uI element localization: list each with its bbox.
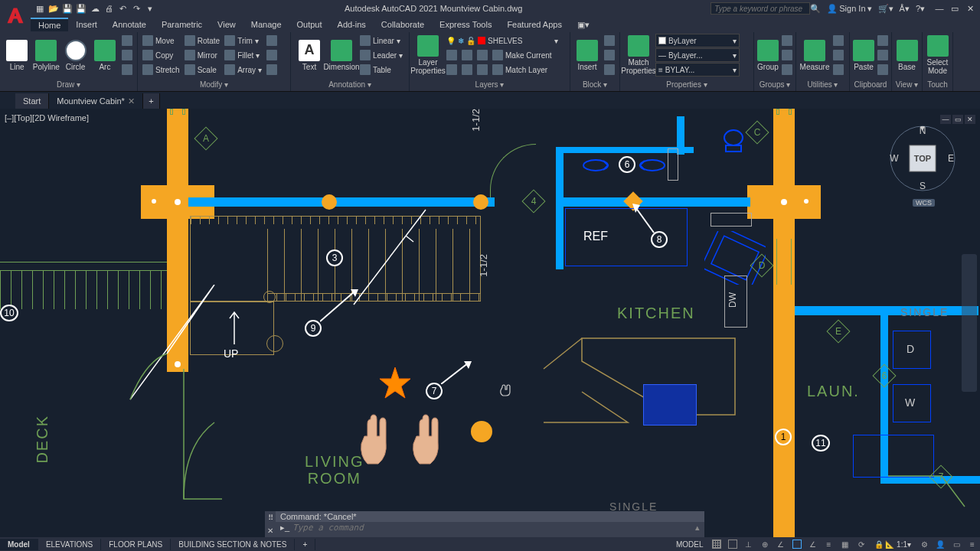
layout-floorplans[interactable]: FLOOR PLANS bbox=[101, 539, 171, 550]
status-lwt-icon[interactable]: ≡ bbox=[822, 538, 837, 550]
qat-dropdown-icon[interactable]: ▾ bbox=[144, 2, 156, 15]
modify-ext1[interactable] bbox=[265, 34, 279, 47]
layer-dropdown[interactable]: 💡❄🔓SHELVES▾ bbox=[445, 34, 560, 47]
status-transparency-icon[interactable]: ▦ bbox=[838, 538, 853, 550]
navigation-bar[interactable] bbox=[962, 254, 977, 392]
status-iso-icon[interactable]: ∠ bbox=[773, 538, 789, 550]
status-snap-icon[interactable] bbox=[725, 538, 740, 550]
modify-ext3[interactable] bbox=[265, 63, 279, 77]
tab-output[interactable]: Output bbox=[289, 18, 330, 31]
maximize-button[interactable]: ▭ bbox=[948, 3, 962, 14]
filetab-close-icon[interactable]: ✕ bbox=[128, 96, 135, 106]
viewport[interactable]: [–][Top][2D Wireframe] — ▭ ✕ UP bbox=[0, 109, 980, 537]
draw-panel-label[interactable]: Draw ▾ bbox=[3, 80, 134, 90]
qat-undo-icon[interactable]: ↶ bbox=[116, 2, 129, 15]
status-cycle-icon[interactable]: ⟳ bbox=[854, 538, 869, 550]
search-input[interactable] bbox=[710, 2, 810, 15]
copy-button[interactable]: Copy bbox=[141, 48, 181, 62]
layer-tool2[interactable] bbox=[460, 48, 474, 62]
block-ext2[interactable] bbox=[603, 48, 616, 62]
block-ext3[interactable] bbox=[603, 63, 616, 77]
viewcube-top[interactable]: TOP bbox=[914, 154, 931, 163]
layer-tool6[interactable] bbox=[475, 63, 489, 77]
tab-parametric[interactable]: Parametric bbox=[154, 18, 210, 31]
leader-button[interactable]: Leader ▾ bbox=[358, 48, 404, 62]
vp-restore-icon[interactable]: ▭ bbox=[952, 115, 963, 124]
viewport-label[interactable]: [–][Top][2D Wireframe] bbox=[5, 113, 89, 122]
tab-insert[interactable]: Insert bbox=[68, 18, 105, 31]
status-otrack-icon[interactable]: ∠ bbox=[805, 538, 821, 550]
tab-manage[interactable]: Manage bbox=[243, 18, 289, 31]
status-max-icon[interactable]: ▭ bbox=[949, 538, 964, 550]
selectmode-button[interactable]: Select Mode bbox=[926, 34, 949, 77]
group-ext1[interactable] bbox=[780, 34, 794, 47]
vp-close-icon[interactable]: ✕ bbox=[965, 115, 975, 124]
command-line[interactable]: Command: *Cancel* ▸_▴ bbox=[276, 511, 704, 537]
tab-more-icon[interactable]: ▣▾ bbox=[570, 18, 597, 31]
filetab-active[interactable]: Mountview Cabin*✕ bbox=[49, 93, 143, 109]
matchprops-button[interactable]: Match Properties bbox=[623, 34, 654, 77]
search-go-icon[interactable]: 🔍 bbox=[810, 4, 821, 14]
linear-button[interactable]: Linear ▾ bbox=[358, 34, 404, 47]
block-panel-label[interactable]: Block ▾ bbox=[573, 80, 616, 90]
modify-panel-label[interactable]: Modify ▾ bbox=[141, 80, 287, 90]
group-ext2[interactable] bbox=[780, 48, 794, 62]
draw-ext2[interactable] bbox=[120, 48, 134, 62]
util-ext3[interactable] bbox=[831, 63, 845, 77]
qat-redo-icon[interactable]: ↷ bbox=[130, 2, 142, 15]
measure-button[interactable]: Measure bbox=[799, 34, 830, 77]
cmd-recent-icon[interactable]: ▴ bbox=[695, 523, 700, 533]
util-ext2[interactable] bbox=[831, 48, 845, 62]
move-button[interactable]: Move bbox=[141, 34, 181, 47]
circle-button[interactable]: Circle bbox=[62, 34, 90, 77]
linetype-dropdown[interactable]: ≡BYLAY...▾ bbox=[655, 63, 740, 77]
table-button[interactable]: Table bbox=[358, 63, 404, 77]
cmdline-close-icon[interactable]: ✕ bbox=[267, 527, 273, 535]
qat-plot-icon[interactable]: 🖨 bbox=[103, 2, 115, 15]
layerprops-button[interactable]: Layer Properties bbox=[413, 34, 443, 77]
layer-tool4[interactable] bbox=[445, 63, 459, 77]
insert-button[interactable]: Insert bbox=[573, 34, 601, 77]
mirror-button[interactable]: Mirror bbox=[183, 48, 221, 62]
viewcube-w[interactable]: W bbox=[890, 153, 899, 164]
lineweight-dropdown[interactable]: —ByLayer...▾ bbox=[655, 48, 740, 62]
rotate-button[interactable]: Rotate bbox=[183, 34, 221, 47]
layout-add-button[interactable]: + bbox=[295, 539, 315, 550]
draw-ext1[interactable] bbox=[120, 34, 134, 47]
color-dropdown[interactable]: ByLayer▾ bbox=[655, 34, 740, 47]
fillet-button[interactable]: Fillet ▾ bbox=[223, 48, 263, 62]
status-grid-icon[interactable] bbox=[709, 538, 724, 550]
signin-button[interactable]: 👤 Sign In ▾ bbox=[827, 4, 871, 14]
tab-home[interactable]: Home bbox=[31, 18, 68, 31]
clip-ext3[interactable] bbox=[876, 63, 890, 77]
tab-addins[interactable]: Add-ins bbox=[330, 18, 374, 31]
util-ext1[interactable] bbox=[831, 34, 845, 47]
status-person-icon[interactable]: 👤 bbox=[933, 538, 948, 550]
annotation-panel-label[interactable]: Annotation ▾ bbox=[294, 80, 406, 90]
vp-minimize-icon[interactable]: — bbox=[940, 115, 951, 124]
layer-tool5[interactable] bbox=[460, 63, 474, 77]
status-model[interactable]: MODEL bbox=[671, 540, 708, 549]
tab-view[interactable]: View bbox=[210, 18, 243, 31]
draw-ext3[interactable] bbox=[120, 63, 134, 77]
polyline-button[interactable]: Polyline bbox=[32, 34, 60, 77]
layers-panel-label[interactable]: Layers ▾ bbox=[413, 80, 567, 90]
block-ext1[interactable] bbox=[603, 34, 616, 47]
status-osnap-icon[interactable] bbox=[789, 538, 805, 550]
clip-ext1[interactable] bbox=[876, 34, 890, 47]
line-button[interactable]: Line bbox=[3, 34, 31, 77]
text-button[interactable]: AText bbox=[294, 34, 325, 77]
app-menu-icon[interactable]: Å▾ bbox=[900, 4, 910, 14]
help-icon[interactable]: ?▾ bbox=[916, 4, 925, 14]
cmd-input[interactable] bbox=[292, 523, 692, 533]
tab-expresstools[interactable]: Express Tools bbox=[432, 18, 499, 31]
filetab-new-button[interactable]: + bbox=[143, 93, 160, 109]
cart-icon[interactable]: 🛒▾ bbox=[878, 4, 893, 14]
modify-ext2[interactable] bbox=[265, 48, 279, 62]
layout-elevations[interactable]: ELEVATIONS bbox=[38, 539, 101, 550]
stretch-button[interactable]: Stretch bbox=[141, 63, 181, 77]
scale-button[interactable]: Scale bbox=[183, 63, 221, 77]
layer-tool1[interactable] bbox=[445, 48, 459, 62]
status-scale[interactable]: 🔒 📐 1:1▾ bbox=[870, 540, 916, 549]
tab-annotate[interactable]: Annotate bbox=[105, 18, 154, 31]
